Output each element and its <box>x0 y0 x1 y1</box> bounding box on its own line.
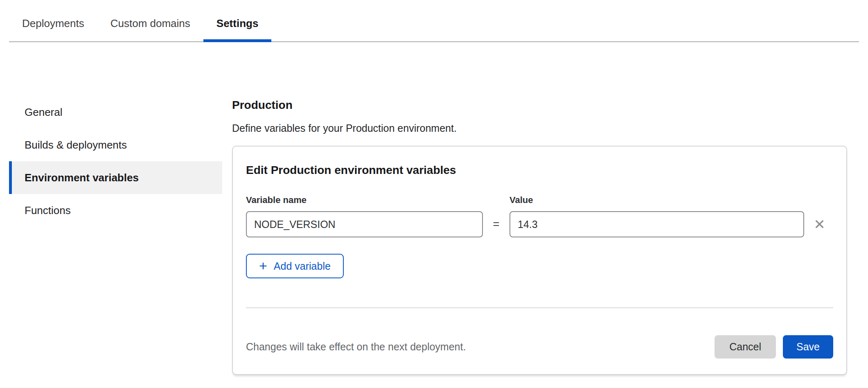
sidebar-item-environment-variables[interactable]: Environment variables <box>9 161 222 194</box>
variable-value-input[interactable] <box>510 211 804 237</box>
card-divider <box>246 307 833 308</box>
variable-row: = ✕ <box>246 211 833 237</box>
content-area: General Builds & deployments Environment… <box>0 42 868 375</box>
main-content: Production Define variables for your Pro… <box>232 42 847 375</box>
footer-note: Changes will take effect on the next dep… <box>246 341 466 353</box>
footer-actions: Cancel Save <box>715 335 833 359</box>
add-variable-label: Add variable <box>274 260 331 272</box>
section-subtitle: Define variables for your Production env… <box>232 122 847 134</box>
sidebar-item-general[interactable]: General <box>9 96 222 129</box>
add-variable-button[interactable]: + Add variable <box>246 254 344 278</box>
tab-settings[interactable]: Settings <box>203 10 272 41</box>
tab-custom-domains[interactable]: Custom domains <box>97 10 203 41</box>
section-title: Production <box>232 99 847 112</box>
card-title: Edit Production environment variables <box>246 164 833 177</box>
tab-bar: Deployments Custom domains Settings <box>9 0 859 42</box>
equals-sign: = <box>483 218 510 231</box>
card-footer: Changes will take effect on the next dep… <box>246 335 833 359</box>
pages-project-settings-page: Deployments Custom domains Settings Gene… <box>0 0 868 375</box>
environment-variables-card: Edit Production environment variables Va… <box>232 146 847 375</box>
tab-deployments[interactable]: Deployments <box>9 10 97 41</box>
field-labels-row: Variable name Value <box>246 195 833 205</box>
variable-name-label: Variable name <box>246 195 483 205</box>
sidebar-item-builds-deployments[interactable]: Builds & deployments <box>9 129 222 161</box>
value-label: Value <box>510 195 804 205</box>
plus-icon: + <box>259 259 267 273</box>
remove-variable-button[interactable]: ✕ <box>804 217 835 231</box>
cancel-button[interactable]: Cancel <box>715 335 776 359</box>
save-button[interactable]: Save <box>783 335 833 359</box>
variable-name-input[interactable] <box>246 211 483 237</box>
settings-sidebar: General Builds & deployments Environment… <box>9 96 222 227</box>
close-icon: ✕ <box>814 217 825 231</box>
sidebar-item-functions[interactable]: Functions <box>9 194 222 227</box>
